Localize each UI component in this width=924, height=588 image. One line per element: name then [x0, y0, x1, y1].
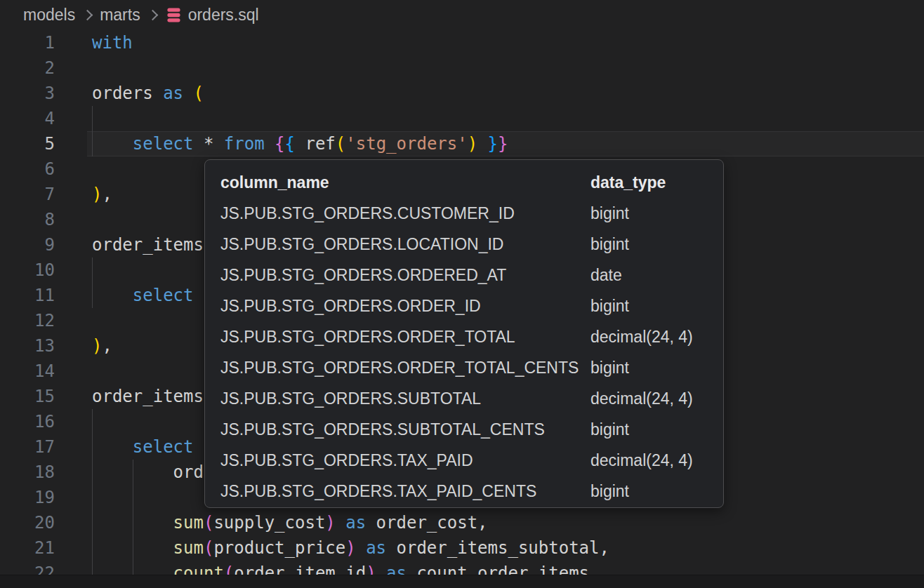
- line-number[interactable]: 7: [0, 182, 87, 207]
- popup-cell-data-type: bigint: [590, 420, 629, 439]
- indent-guide: [92, 434, 93, 460]
- line-number[interactable]: 12: [0, 308, 87, 333]
- indent-guide: [133, 460, 133, 485]
- popup-cell-column-name: JS.PUB.STG_ORDERS.SUBTOTAL: [220, 389, 590, 408]
- line-number[interactable]: 10: [0, 258, 87, 283]
- indent-guide: [133, 485, 133, 510]
- code-token: [92, 134, 133, 154]
- line-number[interactable]: 17: [0, 434, 87, 460]
- popup-cell-column-name: JS.PUB.STG_ORDERS.CUSTOMER_ID: [220, 204, 590, 223]
- code-line-1[interactable]: 1with: [0, 30, 924, 55]
- database-icon: [165, 6, 183, 24]
- line-number[interactable]: 14: [0, 359, 87, 384]
- code-token: ): [325, 513, 335, 533]
- code-token: as: [345, 513, 366, 533]
- line-number[interactable]: 18: [0, 460, 87, 485]
- code-token: [336, 513, 345, 533]
- code-token: ord: [92, 462, 204, 482]
- code-token: (: [204, 538, 213, 558]
- code-token: }: [488, 134, 498, 154]
- breadcrumb-item-models[interactable]: models: [23, 6, 75, 25]
- code-token: [265, 134, 275, 154]
- column-hover-popup: column_name data_type JS.PUB.STG_ORDERS.…: [204, 159, 724, 508]
- line-number[interactable]: 1: [0, 30, 87, 55]
- line-number[interactable]: 19: [0, 485, 87, 510]
- line-number[interactable]: 21: [0, 535, 87, 561]
- indent-guide: [92, 535, 93, 561]
- line-number[interactable]: 4: [0, 106, 87, 131]
- code-line-20[interactable]: 20 sum(supply_cost) as order_cost,: [0, 510, 924, 535]
- indent-guide: [92, 460, 93, 485]
- popup-cell-column-name: JS.PUB.STG_ORDERS.SUBTOTAL_CENTS: [220, 420, 590, 439]
- line-number[interactable]: 16: [0, 409, 87, 434]
- line-number[interactable]: 20: [0, 510, 87, 535]
- popup-row: JS.PUB.STG_ORDERS.LOCATION_IDbigint: [220, 229, 723, 260]
- line-number[interactable]: 13: [0, 333, 87, 359]
- code-line-21[interactable]: 21 sum(product_price) as order_items_sub…: [0, 535, 924, 561]
- code-line-content[interactable]: [87, 106, 924, 131]
- popup-cell-data-type: bigint: [590, 359, 629, 377]
- breadcrumb: models marts orders.sql: [0, 0, 924, 30]
- code-token: [92, 437, 133, 457]
- indent-guide: [92, 510, 93, 535]
- indent-guide: [133, 510, 133, 535]
- popup-row: JS.PUB.STG_ORDERS.TAX_PAID_CENTSbigint: [220, 476, 723, 507]
- code-token: ): [345, 538, 355, 558]
- code-token: ,: [102, 185, 112, 204]
- code-token: order_items: [92, 387, 204, 406]
- popup-row: JS.PUB.STG_ORDERS.SUBTOTAL_CENTSbigint: [220, 414, 723, 445]
- code-token: order_items: [92, 235, 204, 255]
- code-token: ): [92, 185, 102, 204]
- popup-cell-column-name: JS.PUB.STG_ORDERS.ORDER_TOTAL_CENTS: [220, 359, 590, 377]
- panel-edge: [0, 575, 924, 588]
- popup-cell-column-name: JS.PUB.STG_ORDERS.LOCATION_ID: [220, 235, 590, 254]
- code-line-content[interactable]: [87, 55, 924, 81]
- breadcrumb-item-marts[interactable]: marts: [100, 6, 140, 25]
- line-number[interactable]: 2: [0, 55, 87, 81]
- popup-row: JS.PUB.STG_ORDERS.ORDER_TOTAL_CENTSbigin…: [220, 352, 723, 383]
- line-number[interactable]: 15: [0, 384, 87, 409]
- code-token: [477, 134, 487, 154]
- popup-cell-data-type: decimal(24, 4): [590, 389, 693, 408]
- indent-guide: [92, 485, 93, 510]
- code-token: [295, 134, 305, 154]
- line-number[interactable]: 8: [0, 207, 87, 232]
- popup-cell-column-name: JS.PUB.STG_ORDERS.ORDER_TOTAL: [220, 328, 590, 347]
- popup-header-column-name: column_name: [220, 173, 590, 192]
- popup-cell-data-type: bigint: [590, 482, 629, 501]
- code-line-4[interactable]: 4: [0, 106, 924, 131]
- code-token: sum: [173, 513, 204, 533]
- code-line-content[interactable]: sum(supply_cost) as order_cost,: [87, 510, 924, 535]
- code-token: [92, 286, 133, 305]
- line-number[interactable]: 11: [0, 283, 87, 308]
- code-token: order_items_subtotal,: [386, 538, 609, 558]
- code-line-5[interactable]: 5 select * from {{ ref('stg_orders') }}: [0, 131, 924, 156]
- line-number[interactable]: 5: [0, 131, 87, 156]
- line-number[interactable]: 9: [0, 232, 87, 258]
- code-token: as: [366, 538, 386, 558]
- breadcrumb-item-file[interactable]: orders.sql: [165, 6, 259, 25]
- code-line-content[interactable]: with: [87, 30, 924, 55]
- code-token: *: [194, 134, 224, 154]
- popup-cell-column-name: JS.PUB.STG_ORDERS.TAX_PAID_CENTS: [220, 482, 590, 501]
- code-line-3[interactable]: 3orders as (: [0, 81, 924, 106]
- indent-guide: [92, 258, 93, 283]
- code-line-content[interactable]: orders as (: [87, 81, 924, 106]
- popup-cell-data-type: bigint: [590, 204, 629, 223]
- code-line-content[interactable]: select * from {{ ref('stg_orders') }}: [87, 131, 924, 156]
- indent-guide: [92, 283, 93, 308]
- popup-row: JS.PUB.STG_ORDERS.ORDER_IDbigint: [220, 290, 723, 321]
- code-token: ref: [305, 134, 335, 154]
- code-token: {: [275, 134, 284, 154]
- code-line-content[interactable]: sum(product_price) as order_items_subtot…: [87, 535, 924, 561]
- code-line-2[interactable]: 2: [0, 55, 924, 81]
- popup-header-data-type: data_type: [590, 173, 666, 192]
- line-number[interactable]: 3: [0, 81, 87, 106]
- popup-cell-data-type: decimal(24, 4): [590, 451, 693, 470]
- code-token: {: [285, 134, 295, 154]
- line-number[interactable]: 6: [0, 156, 87, 182]
- code-token: supply_cost: [213, 513, 325, 533]
- indent-guide: [92, 131, 93, 156]
- popup-row: JS.PUB.STG_ORDERS.SUBTOTALdecimal(24, 4): [220, 383, 723, 414]
- popup-cell-column-name: JS.PUB.STG_ORDERS.TAX_PAID: [220, 451, 590, 470]
